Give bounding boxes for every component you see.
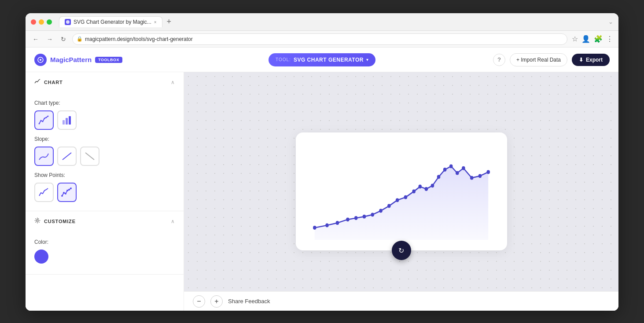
no-points-button[interactable] — [34, 183, 54, 202]
close-button[interactable] — [31, 19, 36, 25]
toolbox-badge: TOOLBOX — [95, 57, 122, 63]
profile-icon[interactable]: 👤 — [581, 35, 590, 43]
with-points-button[interactable] — [57, 183, 77, 202]
svg-point-22 — [65, 193, 66, 195]
address-input[interactable] — [72, 33, 567, 45]
customize-section-collapse-icon[interactable]: ∧ — [171, 218, 175, 224]
svg-point-4 — [39, 123, 40, 125]
browser-actions: ☆ 👤 🧩 ⋮ — [572, 35, 613, 43]
svg-point-30 — [346, 217, 350, 221]
svg-point-31 — [354, 216, 357, 220]
sidebar: CHART ∧ Chart type: — [26, 72, 184, 311]
zoom-out-button[interactable]: − — [193, 295, 205, 308]
tab-title: SVG Chart Generator by Magic... — [74, 19, 151, 25]
slope-linear-button[interactable] — [57, 147, 77, 166]
active-tab[interactable]: SVG Chart Generator by Magic... × — [59, 16, 162, 27]
tab-bar: SVG Chart Generator by Magic... × + — [59, 16, 175, 27]
svg-point-29 — [335, 221, 339, 225]
tool-selector-button[interactable]: TOOL: SVG CHART GENERATOR ▾ — [269, 53, 375, 66]
more-icon[interactable]: ⋮ — [606, 35, 613, 43]
chart-type-options — [34, 110, 175, 130]
chart-card: ↻ — [296, 132, 507, 250]
help-button[interactable]: ? — [493, 54, 505, 66]
reload-button[interactable]: ↻ — [59, 34, 68, 44]
refresh-button[interactable]: ↻ — [392, 241, 411, 260]
svg-point-47 — [470, 176, 473, 180]
svg-point-39 — [418, 185, 422, 189]
main-layout: CHART ∧ Chart type: — [26, 72, 618, 311]
color-label: Color: — [34, 239, 175, 245]
bottom-bar: − + Share Feedback — [184, 291, 618, 311]
svg-point-26 — [37, 220, 38, 221]
import-button[interactable]: + Import Real Data — [510, 53, 567, 66]
svg-point-46 — [462, 166, 465, 170]
svg-point-45 — [456, 171, 459, 175]
svg-point-44 — [449, 164, 453, 168]
minus-icon: − — [197, 297, 201, 305]
show-points-label: Show Points: — [34, 172, 175, 178]
svg-point-23 — [66, 190, 68, 191]
customize-section-header[interactable]: CUSTOMIZE ∧ — [26, 211, 184, 231]
refresh-icon: ↻ — [398, 246, 404, 255]
svg-point-6 — [42, 121, 44, 122]
svg-point-43 — [443, 168, 446, 172]
lock-icon: 🔒 — [77, 36, 83, 42]
tab-favicon — [65, 19, 71, 25]
maximize-button[interactable] — [47, 19, 52, 25]
svg-point-7 — [44, 118, 45, 119]
canvas-area: ↻ − + Share Feedback — [184, 72, 618, 311]
star-icon[interactable]: ☆ — [572, 35, 578, 43]
slope-down-button[interactable] — [80, 147, 99, 166]
zoom-in-button[interactable]: + — [210, 295, 223, 308]
customize-section-content: Color: — [26, 231, 184, 274]
app-content: MagicPattern TOOLBOX TOOL: SVG CHART GEN… — [26, 48, 618, 311]
svg-rect-10 — [63, 120, 65, 125]
svg-point-36 — [395, 198, 399, 202]
import-label: + Import Real Data — [516, 57, 561, 63]
back-button[interactable]: ← — [31, 34, 40, 44]
svg-point-34 — [379, 209, 383, 213]
window-collapse-icon[interactable]: ⌄ — [608, 18, 613, 25]
tool-prefix-label: TOOL: — [276, 57, 291, 62]
svg-point-2 — [40, 59, 41, 61]
svg-point-5 — [40, 120, 42, 121]
slope-curved-button[interactable] — [34, 147, 54, 166]
tool-name-label: SVG CHART GENERATOR — [294, 57, 364, 63]
svg-point-40 — [424, 187, 428, 191]
chart-type-label: Chart type: — [34, 100, 175, 106]
minimize-button[interactable] — [39, 19, 44, 25]
svg-point-9 — [48, 116, 49, 117]
feedback-link[interactable]: Share Feedback — [228, 298, 270, 305]
svg-rect-11 — [66, 118, 68, 125]
customize-section: CUSTOMIZE ∧ Color: — [26, 211, 184, 275]
download-icon: ⬇ — [579, 57, 583, 63]
extension-icon[interactable]: 🧩 — [594, 35, 603, 43]
tab-close-icon[interactable]: × — [154, 20, 157, 25]
chart-section-collapse-icon[interactable]: ∧ — [171, 79, 175, 85]
chart-section: CHART ∧ Chart type: — [26, 72, 184, 211]
svg-point-33 — [371, 213, 374, 217]
export-button[interactable]: ⬇ Export — [572, 54, 610, 66]
svg-rect-12 — [69, 116, 71, 125]
forward-button[interactable]: → — [45, 34, 55, 44]
slope-label: Slope: — [34, 136, 175, 142]
app-header: MagicPattern TOOLBOX TOOL: SVG CHART GEN… — [26, 48, 618, 72]
bar-chart-button[interactable] — [57, 110, 77, 130]
customize-section-icon — [34, 217, 40, 225]
logo-icon — [34, 54, 47, 66]
color-swatch[interactable] — [34, 250, 48, 264]
new-tab-button[interactable]: + — [163, 16, 175, 27]
chart-section-header[interactable]: CHART ∧ — [26, 72, 184, 92]
line-chart-button[interactable] — [34, 110, 54, 130]
svg-rect-13 — [38, 150, 50, 162]
svg-point-49 — [486, 170, 490, 174]
chart-section-icon — [34, 78, 40, 86]
svg-point-42 — [437, 175, 440, 179]
chevron-down-icon: ▾ — [366, 57, 368, 62]
chart-section-content: Chart type: — [26, 92, 184, 211]
logo-name: MagicPattern — [50, 56, 92, 63]
title-bar: SVG Chart Generator by Magic... × + ⌄ — [26, 13, 618, 31]
svg-rect-18 — [38, 186, 50, 198]
svg-point-35 — [387, 204, 391, 208]
chart-svg-container — [306, 143, 497, 240]
